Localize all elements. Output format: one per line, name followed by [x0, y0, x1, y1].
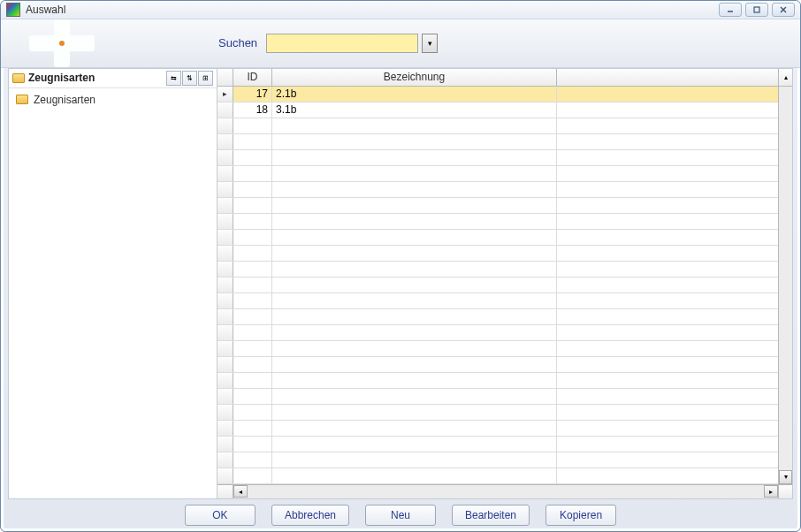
row-selector — [217, 293, 233, 308]
row-selector — [217, 373, 233, 388]
scroll-up-button[interactable]: ▴ — [778, 69, 792, 86]
close-icon — [779, 5, 788, 14]
row-selector[interactable]: ▸ — [217, 87, 233, 102]
cell-bezeichnung: 2.1b — [272, 87, 557, 102]
button-bar: OK Abbrechen Neu Bearbeiten Kopieren — [1, 499, 800, 531]
search-label: Suchen — [218, 36, 257, 49]
scroll-down-button[interactable]: ▾ — [779, 470, 792, 484]
grid-bottom-corner — [217, 485, 233, 498]
row-selector — [217, 452, 233, 467]
close-button[interactable] — [772, 3, 795, 17]
table-row-empty — [217, 389, 792, 405]
table-row-empty — [217, 357, 792, 373]
row-selector[interactable] — [217, 103, 233, 118]
table-row[interactable]: ▸172.1b — [217, 87, 792, 103]
grid-corner — [217, 69, 233, 86]
window-controls — [719, 3, 795, 17]
dialog-window: Auswahl Suchen ▾ — [0, 0, 801, 532]
tree-structure-button[interactable]: ⊞ — [198, 71, 213, 86]
table-row-empty — [217, 134, 792, 150]
table-row-empty — [217, 373, 792, 389]
table-row-empty — [217, 468, 792, 484]
copy-button[interactable]: Kopieren — [545, 505, 616, 526]
table-row-empty — [217, 405, 792, 421]
table-row[interactable]: 183.1b — [217, 103, 792, 118]
nav-cross-widget[interactable] — [29, 19, 95, 67]
row-marker-icon: ▸ — [223, 89, 227, 98]
search-input[interactable] — [266, 34, 418, 53]
chevron-right-icon: ▸ — [769, 488, 773, 496]
row-selector — [217, 421, 233, 436]
minimize-button[interactable] — [719, 3, 742, 17]
maximize-button[interactable] — [745, 3, 768, 17]
table-row-empty — [217, 309, 792, 325]
chevron-left-icon: ◂ — [239, 488, 242, 496]
row-selector — [217, 150, 233, 165]
title-bar: Auswahl — [1, 1, 800, 19]
tree-title: Zeugnisarten — [28, 72, 95, 84]
row-selector — [217, 198, 233, 213]
horizontal-scrollbar[interactable]: ◂ ▸ — [217, 484, 792, 498]
row-selector — [217, 357, 233, 372]
row-selector — [217, 246, 233, 261]
tree-item-label: Zeugnisarten — [34, 94, 95, 106]
toolbar: Suchen ▾ — [1, 19, 800, 68]
table-row-empty — [217, 262, 792, 277]
row-selector — [217, 214, 233, 229]
tree-collapse-button[interactable]: ⇅ — [182, 71, 197, 86]
table-row-empty — [217, 421, 792, 437]
scroll-corner — [778, 485, 792, 498]
svg-rect-1 — [754, 7, 759, 12]
grid-header: ID Bezeichnung ▴ — [217, 69, 792, 87]
cancel-button[interactable]: Abbrechen — [271, 505, 349, 526]
row-selector — [217, 230, 233, 245]
tree-item[interactable]: Zeugnisarten — [12, 92, 213, 108]
row-selector — [217, 134, 233, 149]
table-row-empty — [217, 437, 792, 452]
maximize-icon — [752, 5, 761, 14]
chevron-down-icon: ▾ — [428, 39, 432, 48]
body-area: Zeugnisarten ⇆ ⇅ ⊞ Zeugnisarten ID Bezei — [8, 68, 793, 499]
row-selector — [217, 182, 233, 197]
edit-button[interactable]: Bearbeiten — [452, 505, 530, 526]
table-row-empty — [217, 293, 792, 309]
row-selector — [217, 468, 233, 483]
row-selector — [217, 309, 233, 324]
table-row-empty — [217, 198, 792, 214]
chevron-down-icon: ▾ — [784, 473, 788, 481]
ok-button[interactable]: OK — [185, 505, 256, 526]
folder-icon — [12, 73, 25, 83]
table-row-empty — [217, 166, 792, 182]
tree-collapse-icon: ⇅ — [187, 74, 193, 82]
vertical-scrollbar[interactable]: ▾ — [778, 87, 792, 484]
new-button[interactable]: Neu — [365, 505, 436, 526]
row-selector — [217, 325, 233, 340]
cell-id: 17 — [233, 87, 272, 102]
table-row-empty — [217, 341, 792, 357]
table-row-empty — [217, 452, 792, 468]
table-row-empty — [217, 277, 792, 293]
table-row-empty — [217, 118, 792, 134]
tree-toolbar: ⇆ ⇅ ⊞ — [166, 71, 213, 86]
app-icon — [6, 3, 20, 17]
scroll-right-button[interactable]: ▸ — [764, 485, 778, 498]
row-selector — [217, 277, 233, 293]
row-selector — [217, 389, 233, 404]
search-dropdown-button[interactable]: ▾ — [422, 34, 438, 53]
row-selector — [217, 166, 233, 181]
scroll-left-button[interactable]: ◂ — [233, 485, 248, 498]
table-row-empty — [217, 325, 792, 341]
row-selector — [217, 262, 233, 277]
tree-header: Zeugnisarten ⇆ ⇅ ⊞ — [9, 69, 217, 88]
tree-panel: Zeugnisarten ⇆ ⇅ ⊞ Zeugnisarten — [9, 69, 217, 498]
tree-expand-button[interactable]: ⇆ — [166, 71, 181, 86]
table-row-empty — [217, 182, 792, 198]
row-selector — [217, 437, 233, 452]
column-header-bezeichnung[interactable]: Bezeichnung — [272, 69, 557, 86]
cell-empty — [557, 103, 778, 118]
row-selector — [217, 341, 233, 356]
column-header-id[interactable]: ID — [233, 69, 272, 86]
cell-empty — [557, 87, 778, 102]
tree-structure-icon: ⊞ — [202, 74, 209, 82]
data-grid: ID Bezeichnung ▴ ▸172.1b183.1b ▾ ◂ ▸ — [217, 69, 792, 498]
